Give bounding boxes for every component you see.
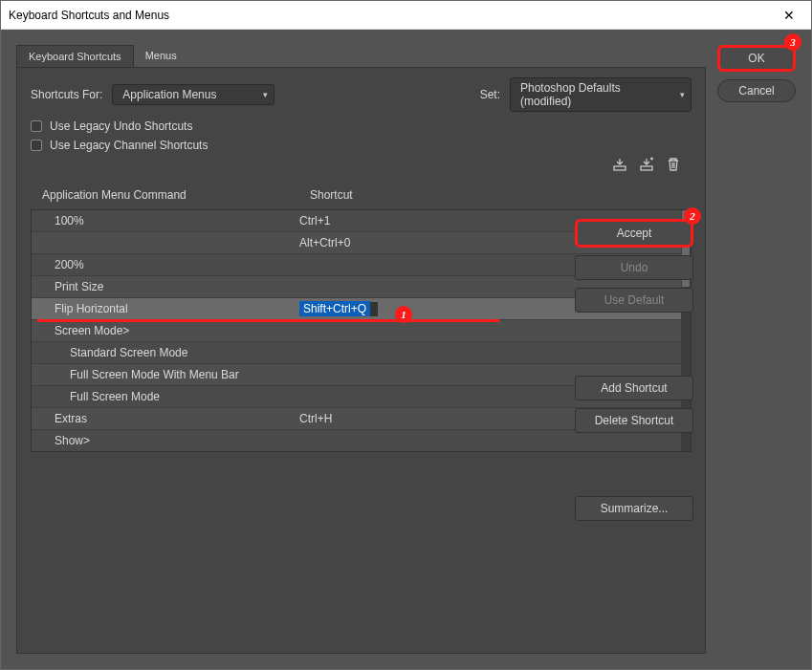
use-default-button: Use Default <box>575 288 693 313</box>
command-cell: Screen Mode> <box>32 324 299 337</box>
window-title: Keyboard Shortcuts and Menus <box>9 9 767 22</box>
legacy-undo-checkbox[interactable] <box>31 120 42 132</box>
table-header: Application Menu Command Shortcut <box>31 181 691 209</box>
legacy-channel-row: Use Legacy Channel Shortcuts <box>31 139 691 152</box>
command-cell: Full Screen Mode With Menu Bar <box>32 368 299 381</box>
dialog-body: Keyboard Shortcuts Menus Shortcuts For: … <box>1 30 811 669</box>
ok-button[interactable]: OK <box>717 45 796 72</box>
titlebar: Keyboard Shortcuts and Menus ✕ <box>1 1 811 30</box>
command-cell: Flip Horizontal <box>32 302 299 315</box>
col-shortcut: Shortcut <box>310 188 691 202</box>
tab-strip: Keyboard Shortcuts Menus <box>16 45 706 68</box>
summarize-button[interactable]: Summarize... <box>575 496 693 521</box>
command-cell: Standard Screen Mode <box>32 346 299 359</box>
command-cell: Full Screen Mode <box>32 390 299 403</box>
save-set-icon[interactable] <box>611 156 628 173</box>
close-icon[interactable]: ✕ <box>767 1 811 30</box>
svg-rect-1 <box>641 166 652 170</box>
side-buttons: OK 3 Cancel <box>717 45 796 654</box>
legacy-channel-checkbox[interactable] <box>31 140 42 151</box>
undo-button: Undo <box>575 255 693 280</box>
set-value: Photoshop Defaults (modified) <box>520 81 621 108</box>
shortcuts-for-value: Application Menus <box>122 88 216 101</box>
annotation-underline <box>37 319 499 322</box>
set-icon-row <box>31 156 691 173</box>
legacy-channel-label: Use Legacy Channel Shortcuts <box>50 139 208 152</box>
main-panel: Keyboard Shortcuts Menus Shortcuts For: … <box>16 45 706 654</box>
command-cell: Print Size <box>32 280 299 293</box>
command-cell: 100% <box>32 214 299 227</box>
annotation-badge-2: 2 <box>684 207 701 225</box>
chevron-down-icon: ▾ <box>263 90 268 99</box>
legacy-undo-row: Use Legacy Undo Shortcuts <box>31 119 691 133</box>
shortcut-input[interactable]: Shift+Ctrl+Q <box>299 301 370 316</box>
annotation-badge-1: 1 <box>395 306 412 323</box>
set-label: Set: <box>480 88 500 101</box>
dialog-window: Keyboard Shortcuts and Menus ✕ Keyboard … <box>0 0 812 670</box>
command-cell: Show> <box>32 434 299 447</box>
chevron-down-icon: ▾ <box>680 90 685 99</box>
shortcuts-for-select[interactable]: Application Menus ▾ <box>112 84 274 105</box>
delete-shortcut-button[interactable]: Delete Shortcut <box>575 408 693 433</box>
action-column: Accept 2 Undo Use Default Add Shortcut D… <box>575 219 693 521</box>
command-cell: 200% <box>32 258 299 271</box>
legacy-undo-label: Use Legacy Undo Shortcuts <box>50 119 192 133</box>
accept-button[interactable]: Accept <box>575 219 693 248</box>
cancel-button[interactable]: Cancel <box>717 79 796 102</box>
new-set-icon[interactable] <box>638 156 655 173</box>
delete-set-icon[interactable] <box>665 156 682 173</box>
annotation-badge-3: 3 <box>784 33 801 51</box>
set-select[interactable]: Photoshop Defaults (modified) ▾ <box>510 77 691 112</box>
col-command: Application Menu Command <box>42 188 310 202</box>
add-shortcut-button[interactable]: Add Shortcut <box>575 376 693 400</box>
svg-rect-0 <box>614 166 625 170</box>
panel-content: Shortcuts For: Application Menus ▾ Set: … <box>16 68 706 654</box>
shortcuts-for-label: Shortcuts For: <box>31 88 102 101</box>
tab-menus[interactable]: Menus <box>134 45 188 67</box>
command-cell: Extras <box>32 412 299 425</box>
top-row: Shortcuts For: Application Menus ▾ Set: … <box>31 77 691 112</box>
tab-keyboard-shortcuts[interactable]: Keyboard Shortcuts <box>16 45 134 67</box>
